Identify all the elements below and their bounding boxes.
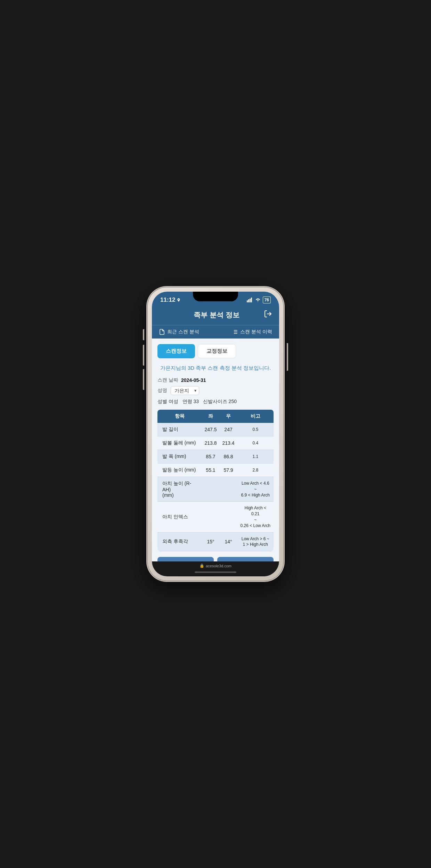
table-row: 외측 후족각 15° 14° Low Arch > 6 ~1 > High Ar…: [157, 532, 274, 551]
insole-recommend-button[interactable]: 인솔 추천: [157, 557, 214, 561]
row-item: 발볼 둘레 (mm): [157, 436, 202, 450]
row-note: Low Arch > 6 ~1 > High Arch: [237, 532, 274, 551]
recent-scan-tab[interactable]: 최근 스캔 분석: [159, 329, 199, 335]
history-tab[interactable]: 스캔 분석 이력: [232, 329, 272, 335]
row-right: 213.4: [220, 436, 237, 450]
name-label: 성명: [157, 387, 167, 394]
col-left-header: 좌: [202, 410, 219, 423]
exit-button[interactable]: [264, 310, 272, 320]
svg-rect-3: [251, 298, 252, 302]
row-note: 2.8: [237, 464, 274, 477]
home-indicator: [152, 569, 279, 576]
scan-date-label: 스캔 날짜: [157, 377, 178, 383]
table-row: 아치 높이 (R-AH)(mm) Low Arch < 4.6 ~6.9 < H…: [157, 477, 274, 502]
row-note: 1.1: [237, 450, 274, 464]
row-left: 85.7: [202, 450, 219, 464]
svg-rect-2: [250, 299, 251, 302]
svg-rect-1: [248, 299, 249, 302]
row-right: 14°: [220, 532, 237, 551]
gender-age-info: 성별 여성 연령 33 신발사이즈 250: [157, 399, 237, 405]
bottom-bar: 🔒 acesole3d.com: [152, 561, 279, 569]
row-left: 55.1: [202, 464, 219, 477]
col-item-header: 항목: [157, 410, 202, 423]
tab-row: 스캔정보 교정정보: [157, 344, 274, 358]
lock-icon: 🔒: [200, 564, 204, 568]
row-right: [220, 477, 237, 502]
row-item: 아치 높이 (R-AH)(mm): [157, 477, 202, 502]
app-header: 족부 분석 정보: [152, 306, 279, 325]
row-right: 247: [220, 423, 237, 436]
col-right-header: 우: [220, 410, 237, 423]
row-item: 발등 높이 (mm): [157, 464, 202, 477]
row-note: 0.4: [237, 436, 274, 450]
scan-info-tab[interactable]: 스캔정보: [157, 344, 195, 358]
row-item: 발 길이: [157, 423, 202, 436]
battery-icon: 76: [263, 297, 271, 303]
status-icons: 76: [247, 297, 271, 303]
row-right: 86.8: [220, 450, 237, 464]
location-icon: [177, 298, 181, 302]
row-left: 213.8: [202, 436, 219, 450]
col-note-header: 비고: [237, 410, 274, 423]
list-icon: [232, 329, 238, 335]
home-bar: [195, 571, 236, 573]
row-right: 57.9: [220, 464, 237, 477]
table-row: 아치 인덱스 High Arch < 0.21~0.26 < Low Arch: [157, 502, 274, 532]
document-icon: [159, 329, 165, 335]
svg-rect-0: [247, 300, 248, 302]
row-item: 외측 후족각: [157, 532, 202, 551]
table-row: 발 길이 247.5 247 0.5: [157, 423, 274, 436]
table-row: 발볼 둘레 (mm) 213.8 213.4 0.4: [157, 436, 274, 450]
measurements-table: 항목 좌 우 비고 발 길이 247.5 247 0.5 발볼 둘레 (mm) …: [157, 410, 274, 551]
row-left: [202, 477, 219, 502]
row-left: 247.5: [202, 423, 219, 436]
signal-icon: [247, 298, 253, 302]
info-description: 가은지님의 3D 족부 스캔 측정 분석 정보입니다.: [157, 364, 274, 372]
name-select-wrapper: 가은지: [171, 386, 199, 395]
row-item: 발 폭 (mm): [157, 450, 202, 464]
main-content: 스캔정보 교정정보 가은지님의 3D 족부 스캔 측정 분석 정보입니다. 스캔…: [152, 339, 279, 561]
status-time: 11:12: [160, 297, 181, 303]
table-row: 발등 높이 (mm) 55.1 57.9 2.8: [157, 464, 274, 477]
scan-date-row: 스캔 날짜 2024-05-31: [157, 377, 274, 383]
name-select[interactable]: 가은지: [171, 386, 199, 395]
exit-icon: [264, 310, 272, 318]
name-row: 성명 가은지 성별 여성 연령 33 신발사이즈 250: [157, 386, 274, 405]
scan-date-value: 2024-05-31: [181, 377, 206, 383]
wifi-icon: [255, 298, 261, 302]
row-item: 아치 인덱스: [157, 502, 202, 532]
row-note: High Arch < 0.21~0.26 < Low Arch: [237, 502, 274, 532]
row-left: 15°: [202, 532, 219, 551]
row-right: [220, 502, 237, 532]
row-left: [202, 502, 219, 532]
row-note: Low Arch < 4.6 ~6.9 < High Arch: [237, 477, 274, 502]
shoe-size-recommend-button[interactable]: 신발사이즈 추천: [217, 557, 274, 561]
action-row: 인솔 추천 신발사이즈 추천: [157, 557, 274, 561]
url-bar: 🔒 acesole3d.com: [152, 564, 279, 568]
row-note: 0.5: [237, 423, 274, 436]
app-title: 족부 분석 정보: [169, 310, 264, 320]
sub-header: 최근 스캔 분석 스캔 분석 이력: [152, 325, 279, 339]
correction-info-tab[interactable]: 교정정보: [198, 344, 236, 358]
table-row: 발 폭 (mm) 85.7 86.8 1.1: [157, 450, 274, 464]
